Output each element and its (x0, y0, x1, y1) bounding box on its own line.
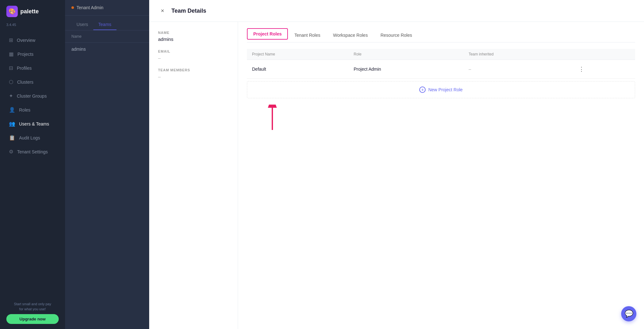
modal-left-panel: NAME admins EMAIL – TEAM MEMBERS – (149, 22, 238, 329)
sidebar-item-tenant-settings[interactable]: ⚙ Tenant Settings (3, 145, 63, 158)
col-team-inherited: Team inherited (463, 49, 571, 60)
tenant-dot (71, 6, 74, 9)
table-header: Name (65, 30, 149, 43)
sidebar-bottom: Start small and only payfor what you use… (0, 297, 65, 329)
name-value: admins (158, 36, 229, 42)
sidebar-item-label: Projects (17, 52, 34, 57)
projects-icon: ▦ (9, 51, 14, 57)
new-role-row[interactable]: + New Project Role (247, 81, 635, 98)
name-label: NAME (158, 31, 229, 35)
sidebar-nav: ⊞ Overview ▦ Projects ⊟ Profiles ⬡ Clust… (0, 30, 65, 297)
col-name: Name (71, 34, 82, 39)
new-project-role-button[interactable]: + New Project Role (419, 87, 462, 93)
sidebar-item-label: Cluster Groups (17, 94, 47, 99)
sidebar-item-roles[interactable]: 👤 Roles (3, 103, 63, 117)
arrow-svg (266, 105, 279, 130)
modal-body: NAME admins EMAIL – TEAM MEMBERS – Proje… (149, 22, 644, 329)
roles-icon: 👤 (9, 107, 15, 113)
role-cell: Project Admin (349, 60, 463, 79)
audit-logs-icon: 📋 (9, 135, 15, 141)
sidebar-item-clusters[interactable]: ⬡ Clusters (3, 75, 63, 89)
chat-button[interactable]: 💬 (621, 306, 636, 321)
clusters-icon: ⬡ (9, 79, 13, 85)
col-project-name: Project Name (247, 49, 349, 60)
sidebar-item-label: Overview (17, 38, 35, 43)
users-teams-icon: 👥 (9, 121, 15, 127)
col-role: Role (349, 49, 463, 60)
row-more-button[interactable]: ⋮ (576, 64, 587, 74)
cluster-groups-icon: ✦ (9, 93, 13, 99)
main-panel-header: Tenant Admin (65, 0, 149, 16)
modal-close-button[interactable]: × (158, 6, 167, 15)
upgrade-text: Start small and only payfor what you use… (6, 302, 59, 312)
inherited-cell: – (463, 60, 571, 79)
upgrade-button[interactable]: Upgrade now (6, 314, 59, 324)
tab-resource-roles[interactable]: Resource Roles (374, 28, 419, 42)
row-name: admins (71, 47, 86, 52)
tenant-settings-icon: ⚙ (9, 149, 13, 155)
team-details-modal: × Team Details NAME admins EMAIL – TEAM … (149, 0, 644, 329)
sidebar-item-cluster-groups[interactable]: ✦ Cluster Groups (3, 89, 63, 103)
sidebar-item-audit-logs[interactable]: 📋 Audit Logs (3, 131, 63, 145)
sidebar-logo: 🎨 palette (0, 0, 65, 23)
actions-cell: ⋮ (571, 60, 635, 79)
profiles-icon: ⊟ (9, 65, 13, 71)
logo-text: palette (20, 8, 39, 15)
modal-title: Team Details (171, 8, 206, 14)
overview-icon: ⊞ (9, 37, 13, 43)
col-actions (571, 49, 635, 60)
sidebar-item-label: Roles (19, 107, 30, 113)
sidebar-item-projects[interactable]: ▦ Projects (3, 47, 63, 61)
roles-table: Project Name Role Team inherited Default… (247, 49, 635, 79)
sidebar-item-label: Clusters (17, 80, 33, 85)
tab-tenant-roles[interactable]: Tenant Roles (288, 28, 327, 42)
sidebar-item-label: Audit Logs (19, 135, 40, 140)
tab-users[interactable]: Users (71, 19, 93, 30)
table-row[interactable]: admins (65, 43, 149, 55)
email-label: EMAIL (158, 49, 229, 53)
project-name-cell: Default (247, 60, 349, 79)
tenant-badge: Tenant Admin (71, 5, 143, 10)
tab-project-roles[interactable]: Project Roles (247, 28, 288, 40)
tenant-name: Tenant Admin (76, 5, 103, 10)
table-row: Default Project Admin – ⋮ (247, 60, 635, 79)
sidebar: 🎨 palette 3.4.45 ⊞ Overview ▦ Projects ⊟… (0, 0, 65, 329)
main-panel-background: Tenant Admin Users Teams Name admins (65, 0, 149, 329)
tab-workspace-roles[interactable]: Workspace Roles (327, 28, 374, 42)
sidebar-item-label: Tenant Settings (17, 149, 48, 154)
new-role-label: New Project Role (428, 87, 462, 92)
tab-teams[interactable]: Teams (93, 19, 116, 30)
sidebar-item-label: Users & Teams (19, 121, 49, 126)
plus-circle-icon: + (419, 87, 426, 93)
sidebar-item-users-teams[interactable]: 👥 Users & Teams (3, 117, 63, 131)
roles-tabs: Project Roles Tenant Roles Workspace Rol… (247, 28, 635, 42)
members-value: – (158, 74, 229, 79)
logo-icon: 🎨 (6, 6, 18, 17)
sidebar-item-overview[interactable]: ⊞ Overview (3, 33, 63, 47)
email-value: – (158, 55, 229, 61)
sidebar-item-profiles[interactable]: ⊟ Profiles (3, 61, 63, 75)
main-tabs: Users Teams (65, 16, 149, 30)
table-header-row: Project Name Role Team inherited (247, 49, 635, 60)
modal-header: × Team Details (149, 0, 644, 22)
arrow-annotation (266, 105, 635, 131)
members-label: TEAM MEMBERS (158, 68, 229, 72)
sidebar-version: 3.4.45 (0, 23, 65, 30)
sidebar-item-label: Profiles (17, 66, 32, 71)
modal-right-panel: Project Roles Tenant Roles Workspace Rol… (238, 22, 644, 329)
